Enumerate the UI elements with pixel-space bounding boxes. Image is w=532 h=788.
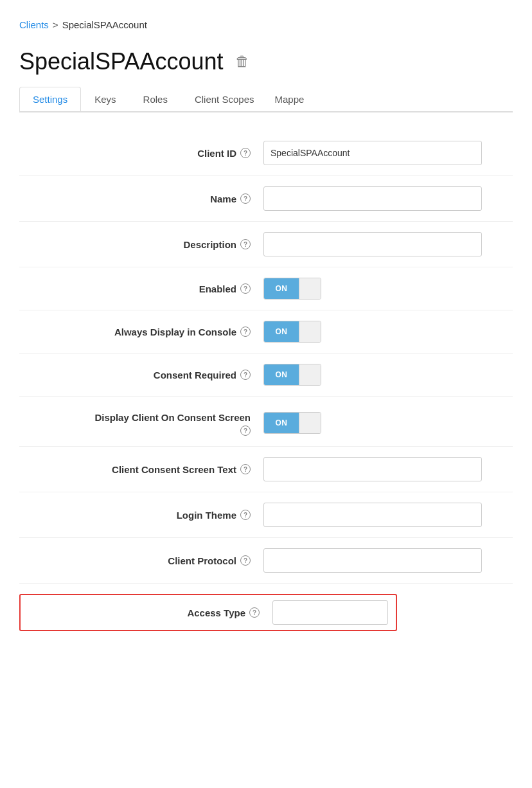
access-type-label: Access Type (187, 607, 245, 618)
consent-required-row: Consent Required ? ON (19, 355, 513, 395)
name-input[interactable] (263, 186, 482, 211)
tab-mappe[interactable]: Mappe (267, 87, 311, 111)
enabled-label: Enabled (199, 283, 236, 294)
description-label: Description (183, 239, 236, 250)
display-client-help-icon[interactable]: ? (240, 425, 251, 436)
client-id-help-icon[interactable]: ? (240, 148, 251, 158)
delete-icon[interactable]: 🗑 (235, 53, 249, 70)
login-theme-help-icon[interactable]: ? (240, 510, 251, 520)
enabled-help-icon[interactable]: ? (240, 283, 251, 294)
always-display-toggle[interactable]: ON (263, 321, 321, 343)
always-display-help-icon[interactable]: ? (240, 327, 251, 337)
consent-required-toggle[interactable]: ON (263, 364, 321, 386)
display-client-label: Display Client On Consent Screen (94, 412, 251, 423)
display-client-row: Display Client On Consent Screen ? ON (19, 398, 513, 445)
display-client-toggle-off-handle (299, 413, 321, 433)
enabled-toggle-off-handle (299, 278, 321, 299)
name-help-icon[interactable]: ? (240, 193, 251, 204)
client-protocol-input[interactable]: openid-connect (263, 548, 482, 573)
consent-screen-text-row: Client Consent Screen Text ? (19, 448, 513, 490)
breadcrumb-current: SpecialSPAAccount (62, 19, 147, 30)
display-client-toggle-on-label: ON (264, 413, 299, 433)
access-type-help-icon[interactable]: ? (249, 607, 260, 618)
name-label: Name (210, 193, 236, 204)
consent-required-toggle-on-label: ON (264, 364, 299, 385)
settings-form: Client ID ? Name ? Description ? Enabled (19, 132, 513, 640)
access-type-input[interactable]: public (272, 600, 388, 625)
breadcrumb-clients-link[interactable]: Clients (19, 19, 49, 30)
login-theme-row: Login Theme ? (19, 494, 513, 536)
consent-required-help-icon[interactable]: ? (240, 370, 251, 380)
consent-screen-text-input[interactable] (263, 457, 482, 481)
login-theme-input[interactable] (263, 503, 482, 527)
tab-client-scopes[interactable]: Client Scopes (181, 87, 268, 111)
page-title: SpecialSPAAccount (19, 48, 224, 75)
consent-required-label: Consent Required (154, 370, 236, 381)
client-id-row: Client ID ? (19, 132, 513, 174)
description-row: Description ? (19, 223, 513, 265)
login-theme-label: Login Theme (177, 510, 236, 521)
page-title-row: SpecialSPAAccount 🗑 (19, 48, 513, 75)
client-id-input[interactable] (263, 141, 482, 165)
consent-screen-text-label: Client Consent Screen Text (112, 464, 236, 475)
consent-screen-text-help-icon[interactable]: ? (240, 464, 251, 474)
client-id-label: Client ID (197, 148, 236, 159)
display-client-toggle[interactable]: ON (263, 412, 321, 434)
always-display-toggle-on-label: ON (264, 321, 299, 342)
tab-settings[interactable]: Settings (19, 87, 81, 112)
breadcrumb: Clients > SpecialSPAAccount (19, 19, 513, 30)
tab-roles[interactable]: Roles (130, 87, 181, 111)
client-protocol-label: Client Protocol (168, 555, 236, 566)
always-display-toggle-off-handle (299, 321, 321, 342)
name-row: Name ? (19, 177, 513, 220)
client-protocol-help-icon[interactable]: ? (240, 555, 251, 566)
description-help-icon[interactable]: ? (240, 239, 251, 249)
always-display-row: Always Display in Console ? ON (19, 312, 513, 352)
enabled-row: Enabled ? ON (19, 269, 513, 309)
breadcrumb-separator: > (53, 19, 58, 30)
tab-keys[interactable]: Keys (81, 87, 129, 111)
consent-required-toggle-off-handle (299, 364, 321, 385)
tabs-bar: Settings Keys Roles Client Scopes Mappe (19, 87, 513, 112)
access-type-highlight-box: Access Type ? public (19, 594, 397, 631)
enabled-toggle-on-label: ON (264, 278, 299, 299)
enabled-toggle[interactable]: ON (263, 278, 321, 300)
always-display-label: Always Display in Console (114, 327, 236, 337)
access-type-row: Access Type ? public (19, 585, 513, 640)
description-input[interactable] (263, 232, 482, 256)
client-protocol-row: Client Protocol ? openid-connect (19, 539, 513, 582)
